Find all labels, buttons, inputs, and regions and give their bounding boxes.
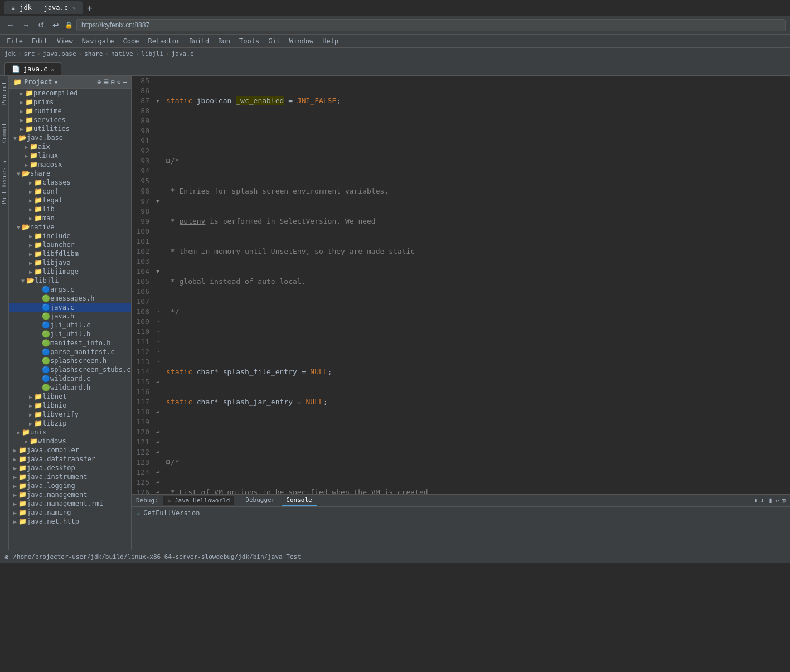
debug-icon-5[interactable]: ⊞ bbox=[782, 497, 786, 505]
breadcrumb-libjli[interactable]: libjli bbox=[141, 50, 163, 57]
tree-item-java-instrument[interactable]: ▶ 📁 java.instrument bbox=[9, 472, 131, 481]
settings-icon[interactable]: ⚙ bbox=[117, 79, 121, 86]
tree-item-splashscreen-h[interactable]: 🟢 splashscreen.h bbox=[9, 356, 131, 365]
breadcrumb-share[interactable]: share bbox=[84, 50, 103, 57]
tree-item-java-desktop[interactable]: ▶ 📁 java.desktop bbox=[9, 463, 131, 472]
tree-item-libnio[interactable]: ▶ 📁 libnio bbox=[9, 401, 131, 410]
editor-tab-java-c[interactable]: 📄 java.c ✕ bbox=[4, 62, 61, 75]
activity-commit[interactable]: Commit bbox=[0, 119, 8, 146]
home-button[interactable]: ↩ bbox=[50, 20, 61, 31]
tree-item-args-c[interactable]: 🔵 args.c bbox=[9, 285, 131, 294]
menu-run[interactable]: Run bbox=[214, 36, 235, 46]
tree-item-wildcard-h[interactable]: 🟢 wildcard.h bbox=[9, 383, 131, 392]
tree-item-macosx[interactable]: ▶ 📁 macosx bbox=[9, 160, 131, 169]
tree-item-java-compiler[interactable]: ▶ 📁 java.compiler bbox=[9, 446, 131, 455]
menu-navigate[interactable]: Navigate bbox=[77, 36, 119, 46]
tree-item-java-datatransfer[interactable]: ▶ 📁 java.datatransfer bbox=[9, 455, 131, 463]
tree-item-runtime[interactable]: ▶ 📁 runtime bbox=[9, 107, 131, 115]
menu-git[interactable]: Git bbox=[264, 36, 285, 46]
debug-icon-2[interactable]: ⬇ bbox=[760, 497, 764, 505]
tree-item-libjli[interactable]: ▼ 📂 libjli bbox=[9, 276, 131, 285]
project-panel: 📁 Project ▼ ⊕ ☰ ⊟ ⚙ — ▶ 📁 precompiled ▶ … bbox=[9, 76, 132, 550]
tree-item-legal[interactable]: ▶ 📁 legal bbox=[9, 196, 131, 205]
address-bar[interactable] bbox=[76, 19, 786, 31]
new-tab-button[interactable]: + bbox=[85, 3, 95, 13]
tree-item-jli-util-c[interactable]: 🔵 jli_util.c bbox=[9, 321, 131, 330]
folder-open-icon: 📂 bbox=[22, 223, 30, 231]
tree-item-java-c[interactable]: 🔵 java.c bbox=[9, 303, 131, 312]
menu-window[interactable]: Window bbox=[285, 36, 318, 46]
tree-item-java-base[interactable]: ▼ 📂 java.base bbox=[9, 133, 131, 142]
tree-item-services[interactable]: ▶ 📁 services bbox=[9, 115, 131, 124]
menu-tools[interactable]: Tools bbox=[235, 36, 264, 46]
tree-item-libjava[interactable]: ▶ 📁 libjava bbox=[9, 258, 131, 267]
tree-item-windows[interactable]: ▶ 📁 windows bbox=[9, 437, 131, 446]
tree-item-native[interactable]: ▼ 📂 native bbox=[9, 223, 131, 231]
tree-item-libzip[interactable]: ▶ 📁 libzip bbox=[9, 419, 131, 428]
activity-project[interactable]: Project bbox=[0, 78, 8, 108]
tree-item-parse-manifest-c[interactable]: 🔵 parse_manifest.c bbox=[9, 347, 131, 356]
tree-item-precompiled[interactable]: ▶ 📁 precompiled bbox=[9, 89, 131, 98]
breadcrumb-java-c[interactable]: java.c bbox=[172, 50, 194, 57]
tab-close-button[interactable]: ✕ bbox=[72, 5, 76, 11]
dropdown-icon[interactable]: ▼ bbox=[55, 79, 58, 85]
menu-help[interactable]: Help bbox=[318, 36, 343, 46]
tree-item-java-management[interactable]: ▶ 📁 java.management bbox=[9, 490, 131, 499]
tree-item-launcher[interactable]: ▶ 📁 launcher bbox=[9, 240, 131, 249]
menu-code[interactable]: Code bbox=[119, 36, 144, 46]
collapse-icon[interactable]: ⊟ bbox=[111, 79, 115, 86]
menu-file[interactable]: File bbox=[2, 36, 27, 46]
tree-item-lib[interactable]: ▶ 📁 lib bbox=[9, 205, 131, 214]
expand-icon[interactable]: ☰ bbox=[103, 79, 109, 86]
breadcrumb-jdk[interactable]: jdk bbox=[4, 50, 16, 57]
close-panel-icon[interactable]: — bbox=[123, 79, 127, 86]
menu-refactor[interactable]: Refactor bbox=[143, 36, 185, 46]
tree-item-classes[interactable]: ▶ 📁 classes bbox=[9, 178, 131, 187]
activity-pull-requests[interactable]: Pull Requests bbox=[0, 157, 8, 207]
tree-item-conf[interactable]: ▶ 📁 conf bbox=[9, 187, 131, 196]
menu-edit[interactable]: Edit bbox=[27, 36, 52, 46]
tree-item-include[interactable]: ▶ 📁 include bbox=[9, 231, 131, 240]
breadcrumb-java-base[interactable]: java.base bbox=[43, 50, 76, 57]
refresh-button[interactable]: ↺ bbox=[36, 20, 47, 31]
console-tab[interactable]: Console bbox=[282, 495, 316, 506]
tree-item-wildcard-c[interactable]: 🔵 wildcard.c bbox=[9, 374, 131, 383]
locate-icon[interactable]: ⊕ bbox=[98, 79, 101, 86]
tree-item-splashscreen-stubs-c[interactable]: 🔵 splashscreen_stubs.c bbox=[9, 365, 131, 374]
folder-arrow-icon: ▶ bbox=[13, 483, 17, 489]
debug-icon-1[interactable]: ⬆ bbox=[754, 497, 758, 505]
tree-item-libverify[interactable]: ▶ 📁 libverify bbox=[9, 410, 131, 419]
forward-button[interactable]: → bbox=[20, 20, 32, 31]
tree-item-aix[interactable]: ▶ 📁 aix bbox=[9, 142, 131, 151]
tree-item-java-logging[interactable]: ▶ 📁 java.logging bbox=[9, 481, 131, 490]
tree-item-emessages-h[interactable]: 🟢 emessages.h bbox=[9, 294, 131, 303]
debugger-tab[interactable]: Debugger bbox=[241, 495, 279, 506]
browser-tab-active[interactable]: ☕ jdk – java.c ✕ bbox=[4, 1, 83, 14]
tree-item-libfdlibm[interactable]: ▶ 📁 libfdlibm bbox=[9, 249, 131, 258]
debug-icon-3[interactable]: ⏸ bbox=[767, 497, 773, 505]
tree-item-libnet[interactable]: ▶ 📁 libnet bbox=[9, 392, 131, 401]
tree-item-utilities[interactable]: ▶ 📁 utilities bbox=[9, 124, 131, 133]
settings-icon-status[interactable]: ⚙ bbox=[4, 553, 8, 561]
tree-item-share[interactable]: ▼ 📂 share bbox=[9, 169, 131, 178]
tree-item-linux[interactable]: ▶ 📁 linux bbox=[9, 151, 131, 160]
tree-item-java-net-http[interactable]: ▶ 📁 java.net.http bbox=[9, 517, 131, 526]
debug-icon-4[interactable]: ↩ bbox=[776, 497, 779, 505]
editor-tab-close[interactable]: ✕ bbox=[51, 66, 54, 72]
breadcrumb-src[interactable]: src bbox=[24, 50, 35, 57]
tree-item-java-naming[interactable]: ▶ 📁 java.naming bbox=[9, 508, 131, 517]
tree-item-unix[interactable]: ▶ 📁 unix bbox=[9, 428, 131, 437]
tree-item-man[interactable]: ▶ 📁 man bbox=[9, 214, 131, 223]
menu-view[interactable]: View bbox=[52, 36, 77, 46]
debug-tab-java-helloworld[interactable]: ☕ Java Helloworld bbox=[163, 496, 235, 505]
code-editor[interactable]: 85 86 87 88 89 90 91 92 93 94 95 96 97 9… bbox=[132, 76, 790, 550]
tree-item-prims[interactable]: ▶ 📁 prims bbox=[9, 98, 131, 107]
back-button[interactable]: ← bbox=[4, 20, 17, 31]
menu-build[interactable]: Build bbox=[185, 36, 214, 46]
breadcrumb-native[interactable]: native bbox=[111, 50, 133, 57]
tree-item-manifest-info-h[interactable]: 🟢 manifest_info.h bbox=[9, 339, 131, 347]
tree-item-java-h[interactable]: 🟢 java.h bbox=[9, 312, 131, 321]
tree-item-jli-util-h[interactable]: 🟢 jli_util.h bbox=[9, 330, 131, 339]
tree-item-libjimage[interactable]: ▶ 📁 libjimage bbox=[9, 267, 131, 276]
tree-item-java-management-rmi[interactable]: ▶ 📁 java.management.rmi bbox=[9, 499, 131, 508]
